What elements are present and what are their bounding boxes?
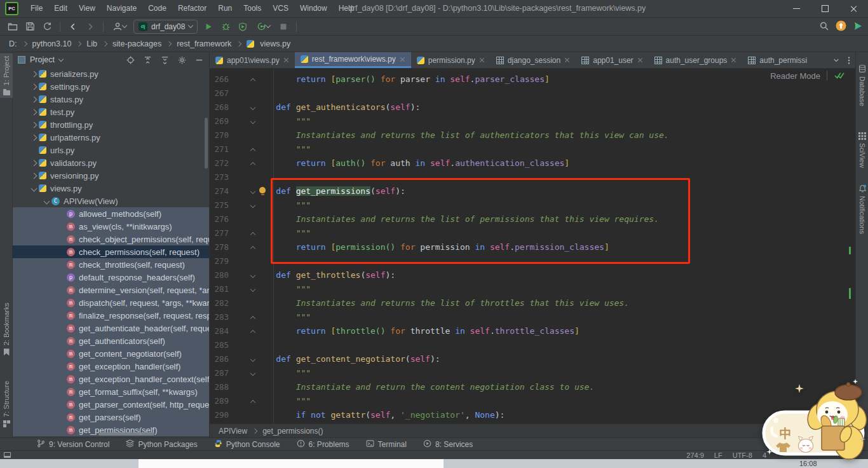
profiler-button[interactable]: [254, 20, 273, 34]
tree-member-row[interactable]: mget_exception_handler(self): [13, 360, 209, 373]
code-line[interactable]: 272 return [auth() for auth in self.auth…: [210, 156, 855, 170]
code-line[interactable]: 274 def get_permissions(self):: [210, 184, 855, 198]
tree-file-row[interactable]: test.py: [13, 106, 209, 118]
collapse-all-icon[interactable]: [160, 55, 170, 65]
hide-panel-icon[interactable]: [194, 55, 204, 65]
run-config-select[interactable]: dj drf_day08: [133, 20, 198, 34]
tool-button-notifications[interactable]: Notifications: [856, 184, 868, 234]
breadcrumb-item[interactable]: rest_framework: [177, 39, 231, 48]
tool-window-button--services[interactable]: 8: Services: [423, 439, 473, 450]
editor-tab[interactable]: auth_user_groups: [649, 52, 743, 68]
save-all-button[interactable]: [24, 20, 36, 34]
code-line[interactable]: 287 """: [210, 366, 855, 380]
tab-close-icon[interactable]: [400, 57, 405, 62]
code-line[interactable]: 271 """: [210, 142, 855, 156]
breadcrumb-item[interactable]: D:: [9, 39, 17, 48]
code-line[interactable]: 277 """: [210, 226, 855, 240]
code-line[interactable]: 290 if not getattr(self, '_negotiator', …: [210, 408, 855, 422]
update-notification-button[interactable]: [836, 20, 846, 33]
taskbar-app-segment[interactable]: [139, 459, 444, 468]
tree-member-row[interactable]: mget_authenticate_header(self, request): [13, 322, 209, 334]
tree-chevron[interactable]: [41, 199, 51, 203]
menu-vcs[interactable]: VCS: [267, 0, 294, 17]
tree-member-row[interactable]: mget_exception_handler_context(self): [13, 373, 209, 385]
menu-window[interactable]: Window: [294, 0, 333, 17]
code-with-me-button[interactable]: [110, 20, 129, 34]
run-button[interactable]: [202, 20, 215, 34]
tree-chevron[interactable]: [29, 110, 39, 114]
code-line[interactable]: 285: [210, 338, 855, 352]
code-line[interactable]: 283 """: [210, 310, 855, 324]
tree-member-row[interactable]: pdefault_response_headers(self): [13, 271, 209, 284]
run-coverage-button[interactable]: [236, 20, 249, 34]
tree-chevron[interactable]: [29, 85, 39, 89]
code-line[interactable]: 280 def get_throttles(self):: [210, 268, 855, 282]
code-line[interactable]: 289 """: [210, 394, 855, 408]
code-line[interactable]: 282 Instantiates and returns the list of…: [210, 296, 855, 310]
tab-close-icon[interactable]: [283, 57, 289, 63]
editor-tab[interactable]: auth_permissi: [742, 52, 813, 68]
editor-tab[interactable]: django_session: [491, 52, 576, 68]
project-panel-title[interactable]: Project: [30, 55, 55, 64]
hidden-tabs-chevron-icon[interactable]: [832, 57, 840, 64]
close-button[interactable]: [839, 0, 868, 17]
tree-member-row[interactable]: mdetermine_version(self, request, *args,: [13, 284, 209, 296]
menu-run[interactable]: Run: [212, 0, 238, 17]
forward-button[interactable]: [84, 20, 97, 34]
menu-code[interactable]: Code: [142, 0, 172, 17]
tree-chevron[interactable]: [29, 135, 39, 140]
tree-chevron[interactable]: [29, 72, 39, 76]
tree-horizontal-scrollbar[interactable]: [98, 432, 154, 436]
editor-tab[interactable]: app01_user: [576, 52, 648, 68]
code-line[interactable]: 278 return [permission() for permission …: [210, 240, 855, 254]
caret-position[interactable]: 274:9: [686, 451, 704, 459]
back-button[interactable]: [67, 20, 79, 34]
tree-chevron[interactable]: [29, 161, 39, 165]
window-layout-icon[interactable]: [4, 452, 11, 458]
tab-close-icon[interactable]: [479, 57, 485, 63]
gear-icon[interactable]: [177, 55, 187, 65]
code-line[interactable]: 270 Instantiates and returns the list of…: [210, 128, 855, 142]
line-ending[interactable]: LF: [714, 451, 722, 459]
code-editor[interactable]: 266 return [parser() for parser in self.…: [210, 69, 855, 423]
tree-member-row[interactable]: mget_parser_context(self, http_request): [13, 398, 209, 411]
tree-file-row[interactable]: urls.py: [13, 144, 209, 156]
menu-refactor[interactable]: Refactor: [172, 0, 212, 17]
tree-chevron[interactable]: [29, 97, 39, 102]
menu-tools[interactable]: Tools: [238, 0, 267, 17]
code-line[interactable]: 275 """: [210, 198, 855, 212]
tool-button-database[interactable]: Database: [856, 65, 868, 106]
locate-file-icon[interactable]: [126, 55, 135, 65]
code-line[interactable]: 279: [210, 254, 855, 268]
editor-tab[interactable]: rest_framework\views.py: [295, 52, 411, 68]
breadcrumb-item[interactable]: Lib: [86, 39, 97, 48]
code-line[interactable]: 266 return [parser() for parser in self.…: [210, 72, 855, 86]
sync-button[interactable]: [41, 20, 53, 34]
code-line[interactable]: 269 """: [210, 114, 855, 128]
plugin-button[interactable]: [853, 21, 863, 33]
tree-vertical-scrollbar[interactable]: [205, 118, 208, 169]
code-line[interactable]: 284 return [throttle() for throttle in s…: [210, 324, 855, 338]
tree-file-row[interactable]: validators.py: [13, 156, 209, 169]
tree-member-row[interactable]: mget_parsers(self): [13, 411, 209, 423]
ime-toolbar-sticker[interactable]: 中: [760, 378, 868, 462]
code-line[interactable]: 267: [210, 86, 855, 100]
tree-member-row[interactable]: mas_view(cls, **initkwargs): [13, 220, 209, 233]
expand-all-icon[interactable]: [143, 55, 153, 65]
tree-member-row[interactable]: mcheck_throttles(self, request): [13, 258, 209, 271]
code-line[interactable]: 286 def get_content_negotiator(self):: [210, 352, 855, 366]
breadcrumb-class[interactable]: APIView: [219, 427, 247, 436]
code-line[interactable]: 288 Instantiate and return the content n…: [210, 380, 855, 394]
minimize-button[interactable]: [782, 0, 811, 17]
chevron-down-icon[interactable]: [58, 56, 64, 61]
menu-file[interactable]: File: [25, 0, 48, 17]
tree-class-row[interactable]: CAPIView(View): [13, 195, 209, 207]
code-line[interactable]: 268 def get_authenticators(self):: [210, 100, 855, 114]
debug-button[interactable]: [219, 20, 232, 34]
open-folder-button[interactable]: [6, 20, 19, 34]
tree-member-row[interactable]: mfinalize_response(self, request, respon: [13, 309, 209, 322]
editor-tab[interactable]: permission.py: [411, 52, 491, 68]
code-line[interactable]: 276 Instantiates and returns the list of…: [210, 212, 855, 226]
tree-member-row[interactable]: mcheck_permissions(self, request): [13, 245, 209, 258]
tool-window-button-python-console[interactable]: Python Console: [214, 439, 280, 450]
